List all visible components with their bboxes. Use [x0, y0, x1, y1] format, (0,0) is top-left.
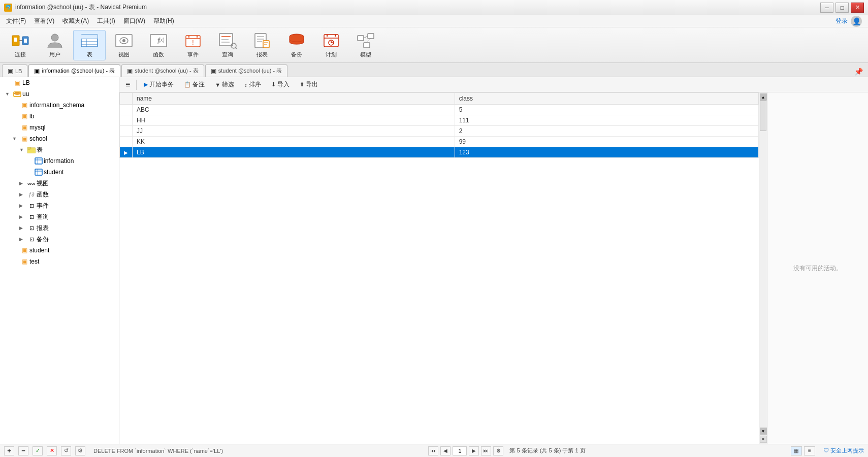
- cell-class[interactable]: 111: [455, 115, 758, 126]
- last-page-button[interactable]: ⏭: [481, 446, 491, 455]
- tab-pin-button[interactable]: 📌: [851, 67, 866, 77]
- sidebar-item-shijian[interactable]: ▶ ⊡ 事件: [0, 200, 119, 211]
- tab-student2[interactable]: ▣ student @school (uu) - 表: [205, 64, 288, 77]
- sort-button[interactable]: ↕ 排序: [241, 79, 264, 90]
- cell-class[interactable]: 99: [455, 137, 758, 147]
- cell-class[interactable]: 5: [455, 105, 758, 115]
- export-button[interactable]: ⬆ 导出: [297, 79, 321, 90]
- resize-handle[interactable]: ≡: [760, 436, 767, 443]
- menu-view[interactable]: 查看(V): [30, 16, 58, 26]
- tab-student1[interactable]: ▣ student @school (uu) - 表: [121, 64, 204, 77]
- biao-arrow: ▼: [19, 147, 26, 152]
- toolbar-event[interactable]: ! 事件: [177, 30, 209, 60]
- scrollbar-down-button[interactable]: ▼: [760, 428, 767, 435]
- shijian-icon: ⊡: [27, 202, 36, 210]
- menu-file[interactable]: 文件(F): [2, 16, 30, 26]
- tab-information[interactable]: ▣ information @school (uu) - 表: [28, 64, 120, 77]
- menu-button[interactable]: ≡: [123, 79, 132, 90]
- settings-button[interactable]: ⚙: [75, 446, 85, 455]
- page-number-input[interactable]: [453, 446, 467, 455]
- sidebar-item-lb2[interactable]: ▣ lb: [0, 111, 119, 122]
- sidebar-item-info-schema[interactable]: ▣ information_schema: [0, 100, 119, 111]
- toolbar-report[interactable]: 报表: [246, 30, 278, 60]
- page-settings-button[interactable]: ⚙: [493, 446, 503, 455]
- sidebar-item-chaxun[interactable]: ▶ ⊡ 查询: [0, 211, 119, 222]
- add-row-button[interactable]: +: [4, 446, 14, 455]
- delete-row-button[interactable]: −: [18, 446, 28, 455]
- start-transaction-button[interactable]: ▶ 开始事务: [141, 79, 177, 90]
- cell-class-selected[interactable]: 123: [455, 147, 758, 158]
- sidebar-item-baobiao[interactable]: ▶ ⊡ 报表: [0, 222, 119, 234]
- table-area: name class ABC 5: [119, 92, 759, 444]
- sidebar-item-lb[interactable]: ▣ LB: [0, 77, 119, 88]
- cell-name[interactable]: HH: [133, 115, 455, 126]
- toolbar-schedule[interactable]: 计划: [315, 30, 347, 60]
- tab-lb[interactable]: ▣ LB: [2, 64, 27, 77]
- svg-rect-53: [27, 147, 31, 149]
- menu-favorites[interactable]: 收藏夹(A): [58, 16, 93, 26]
- safety-hint[interactable]: 🛡 安全上网提示: [823, 447, 864, 454]
- data-table-wrapper[interactable]: name class ABC 5: [119, 92, 759, 444]
- table-row-selected[interactable]: ▶ LB 123: [120, 147, 759, 158]
- minimize-button[interactable]: ─: [820, 3, 833, 13]
- backup-note-button[interactable]: 📋 备注: [181, 79, 208, 90]
- information-label: information: [44, 157, 74, 165]
- toolbar-backup[interactable]: 备份: [280, 30, 313, 60]
- menu-tools[interactable]: 工具(I): [93, 16, 119, 26]
- row-indicator: [120, 105, 133, 115]
- sidebar-item-test[interactable]: ▣ test: [0, 256, 119, 267]
- toolbar-func[interactable]: f (x) 函数: [142, 30, 175, 60]
- sidebar-item-student-tbl[interactable]: student: [0, 167, 119, 178]
- sidebar-item-uu[interactable]: ▼ uu: [0, 88, 119, 100]
- list-view-button[interactable]: ≡: [804, 446, 815, 455]
- table-row[interactable]: HH 111: [120, 115, 759, 126]
- table-row[interactable]: KK 99: [120, 137, 759, 147]
- refresh-button[interactable]: ↺: [61, 446, 71, 455]
- toolbar-model[interactable]: 模型: [349, 30, 382, 60]
- toolbar-user[interactable]: 用户: [39, 30, 71, 60]
- menu-help[interactable]: 帮助(H): [149, 16, 178, 26]
- sidebar-item-mysql[interactable]: ▣ mysql: [0, 122, 119, 133]
- sidebar-item-school[interactable]: ▼ ▣ school: [0, 133, 119, 144]
- menu-window[interactable]: 窗口(W): [119, 16, 149, 26]
- cancel-row-button[interactable]: ✕: [47, 446, 57, 455]
- toolbar-query[interactable]: 查询: [211, 30, 244, 60]
- cell-name[interactable]: KK: [133, 137, 455, 147]
- table-row[interactable]: ABC 5: [120, 105, 759, 115]
- cell-name[interactable]: JJ: [133, 126, 455, 137]
- scrollbar-track[interactable]: [759, 101, 767, 428]
- first-page-button[interactable]: ⏮: [428, 446, 438, 455]
- sidebar-item-information[interactable]: information: [0, 155, 119, 167]
- login-button[interactable]: 登录: [835, 17, 848, 25]
- import-button[interactable]: ⬇ 导入: [268, 79, 293, 90]
- table-row[interactable]: JJ 2: [120, 126, 759, 137]
- sidebar-item-beifen[interactable]: ▶ ⊡ 备份: [0, 234, 119, 245]
- sidebar-item-biao[interactable]: ▼ 表: [0, 144, 119, 155]
- next-page-button[interactable]: ▶: [469, 446, 479, 455]
- scrollbar-up-button[interactable]: ▲: [760, 93, 767, 101]
- maximize-button[interactable]: □: [835, 3, 849, 13]
- cell-name-selected[interactable]: LB: [133, 147, 455, 158]
- toolbar-sep1: [136, 80, 137, 90]
- prev-page-button[interactable]: ◀: [440, 446, 451, 455]
- class-col-header[interactable]: class: [455, 93, 758, 105]
- scrollbar-thumb[interactable]: [760, 101, 766, 131]
- vertical-scrollbar[interactable]: ▲ ▼ ≡: [759, 92, 767, 444]
- close-button[interactable]: ✕: [851, 3, 864, 13]
- grid-view-button[interactable]: ▦: [791, 446, 802, 455]
- sidebar-item-hanshu[interactable]: ▶ ƒ∂ 函数: [0, 189, 119, 200]
- toolbar-table[interactable]: 表: [73, 30, 106, 60]
- cell-name[interactable]: ABC: [133, 105, 455, 115]
- filter-button[interactable]: ▼ 筛选: [212, 79, 237, 90]
- cell-class[interactable]: 2: [455, 126, 758, 137]
- beifen-label: 备份: [37, 235, 49, 244]
- toolbar-view[interactable]: 视图: [108, 30, 140, 60]
- content-area: ≡ ▶ 开始事务 📋 备注 ▼ 筛选 ↕ 排序 ⬇ 导入: [119, 77, 868, 444]
- sidebar-item-shitu[interactable]: ▶ ∞∞ 视图: [0, 178, 119, 189]
- name-col-header[interactable]: name: [133, 93, 455, 105]
- svg-rect-1: [14, 38, 17, 42]
- toolbar-connect[interactable]: 连接: [4, 30, 37, 60]
- sidebar-item-student-db[interactable]: ▣ student: [0, 245, 119, 256]
- svg-rect-11: [81, 35, 98, 39]
- confirm-button[interactable]: ✓: [33, 446, 43, 455]
